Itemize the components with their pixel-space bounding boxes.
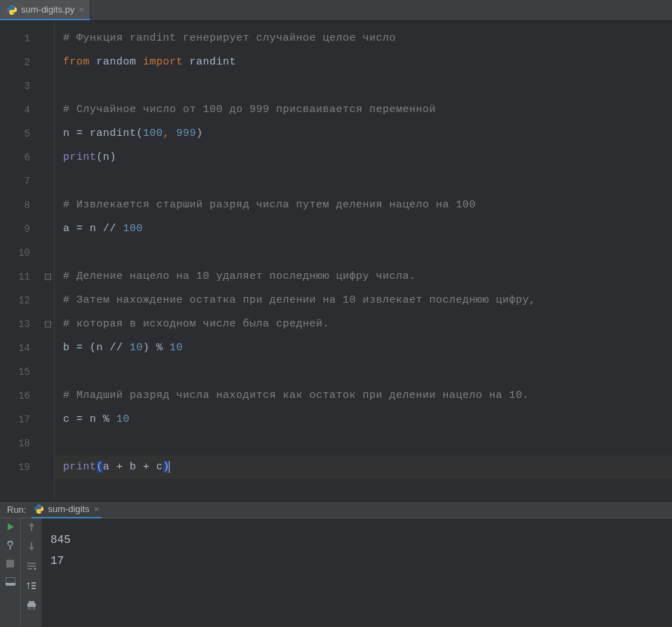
line-number: 7	[0, 170, 54, 193]
code-line[interactable]	[55, 432, 672, 455]
code-line[interactable]	[55, 170, 672, 193]
line-number: 3	[0, 74, 54, 98]
code-line[interactable]: # Извлекается старший разряд числа путем…	[55, 193, 672, 217]
stop-icon[interactable]	[5, 558, 16, 569]
output-line: 845	[50, 530, 664, 551]
line-number: 5	[0, 122, 54, 146]
line-number: 2	[0, 50, 54, 74]
svg-rect-4	[27, 603, 36, 607]
run-tool-window: Run: sum-digits ×	[0, 501, 672, 627]
line-number: 6	[0, 146, 54, 170]
line-number: 8	[0, 193, 54, 217]
print-icon[interactable]	[26, 600, 37, 611]
line-number-gutter: 12345678910111213141516171819	[0, 21, 55, 501]
code-line[interactable]: # Случайное число от 100 до 999 присваив…	[55, 98, 672, 122]
svg-rect-0	[6, 560, 14, 567]
line-number: 13	[0, 312, 54, 336]
code-line[interactable]: print(n)	[55, 146, 672, 170]
close-icon[interactable]: ×	[79, 4, 85, 15]
close-icon[interactable]: ×	[94, 504, 100, 514]
code-editor[interactable]: 12345678910111213141516171819 # Функция …	[0, 21, 672, 501]
wrench-icon[interactable]	[5, 539, 16, 551]
code-line[interactable]: n = randint(100, 999)	[55, 122, 672, 146]
line-number: 11	[0, 265, 54, 289]
fold-marker[interactable]	[45, 274, 51, 280]
svg-rect-2	[6, 583, 15, 586]
fold-marker[interactable]	[45, 322, 51, 328]
line-number: 12	[0, 289, 54, 312]
code-line[interactable]: c = n % 10	[55, 408, 672, 432]
python-file-icon	[34, 504, 43, 514]
output-line: 17	[50, 551, 664, 572]
line-number: 15	[0, 360, 54, 384]
up-arrow-icon[interactable]	[26, 521, 37, 532]
code-line[interactable]	[55, 241, 672, 265]
line-number: 19	[0, 455, 54, 479]
code-line[interactable]: # Деление нацело на 10 удаляет последнюю…	[55, 265, 672, 289]
code-line[interactable]	[55, 360, 672, 384]
run-label: Run:	[7, 504, 26, 515]
code-line[interactable]: # Затем нахождение остатка при делении н…	[55, 289, 672, 312]
code-line[interactable]: a = n // 100	[55, 217, 672, 241]
python-file-icon	[7, 5, 17, 15]
run-header: Run: sum-digits ×	[0, 502, 672, 518]
scroll-to-end-icon[interactable]	[26, 580, 37, 591]
code-line[interactable]: # которая в исходном числе была средней.	[55, 312, 672, 336]
softwrap-icon[interactable]	[26, 560, 37, 572]
line-number: 14	[0, 336, 54, 360]
play-icon[interactable]	[5, 521, 16, 532]
layout-icon[interactable]	[5, 576, 16, 587]
code-line[interactable]: print(a + b + c)	[55, 455, 672, 479]
line-number: 16	[0, 384, 54, 408]
code-line[interactable]: # Функция randint генерирует случайное ц…	[55, 27, 672, 50]
run-config-name: sum-digits	[48, 504, 89, 514]
code-area[interactable]: # Функция randint генерирует случайное ц…	[55, 21, 672, 501]
line-number: 4	[0, 98, 54, 122]
code-line[interactable]: b = (n // 10) % 10	[55, 336, 672, 360]
down-arrow-icon[interactable]	[26, 541, 37, 552]
run-toolbar-left	[0, 518, 21, 627]
code-line[interactable]	[55, 74, 672, 98]
line-number: 18	[0, 432, 54, 455]
code-line[interactable]: from random import randint	[55, 50, 672, 74]
editor-tab-bar: sum-digits.py ×	[0, 0, 672, 21]
editor-tab[interactable]: sum-digits.py ×	[0, 0, 90, 20]
run-config-tab[interactable]: sum-digits ×	[32, 502, 102, 518]
tab-filename: sum-digits.py	[21, 4, 75, 15]
run-toolbar-output	[21, 518, 42, 627]
line-number: 1	[0, 27, 54, 50]
line-number: 10	[0, 241, 54, 265]
line-number: 17	[0, 408, 54, 432]
svg-rect-5	[29, 607, 34, 609]
line-number: 9	[0, 217, 54, 241]
run-output[interactable]: 84517	[42, 518, 672, 627]
svg-rect-3	[29, 601, 34, 603]
code-line[interactable]: # Младший разряд числа находится как ост…	[55, 384, 672, 408]
